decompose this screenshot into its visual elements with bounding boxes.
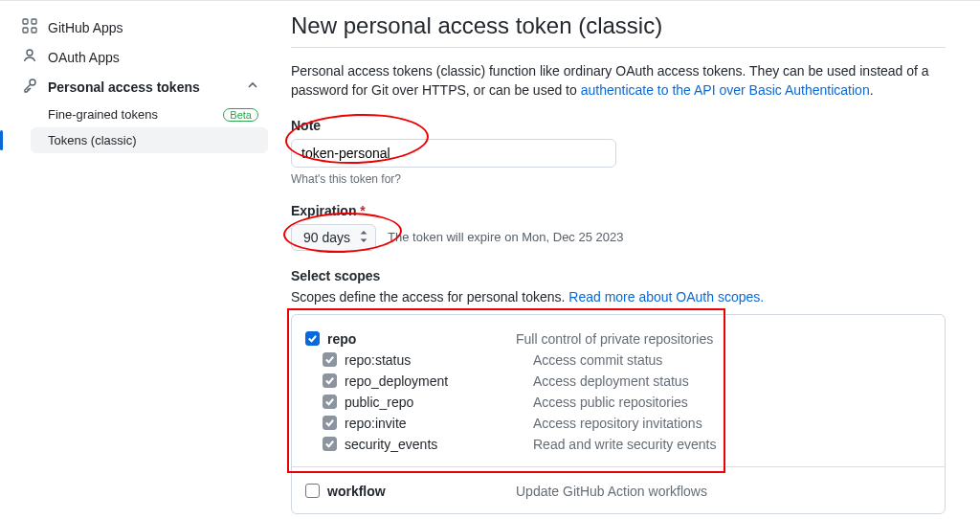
person-icon bbox=[21, 48, 38, 66]
svg-rect-0 bbox=[23, 19, 28, 24]
main-content: New personal access token (classic) Pers… bbox=[268, 1, 980, 519]
scopes-list: repo Full control of private repositorie… bbox=[291, 314, 946, 514]
page-title: New personal access token (classic) bbox=[291, 12, 946, 48]
sidebar-item-github-apps[interactable]: GitHub Apps bbox=[11, 12, 268, 42]
expiration-hint: The token will expire on Mon, Dec 25 202… bbox=[388, 230, 623, 244]
expiration-label: Expiration * bbox=[291, 203, 946, 218]
settings-sidebar: GitHub Apps OAuth Apps Personal access t… bbox=[0, 1, 268, 519]
checkbox-checked-icon[interactable] bbox=[323, 416, 337, 430]
sidebar-item-label: GitHub Apps bbox=[48, 20, 123, 35]
select-caret-icon bbox=[360, 231, 368, 244]
note-help: What's this token for? bbox=[291, 172, 946, 186]
scope-row[interactable]: workflow Update GitHub Action workflows bbox=[305, 481, 929, 502]
scope-group-workflow: workflow Update GitHub Action workflows bbox=[292, 467, 945, 513]
note-label: Note bbox=[291, 118, 946, 133]
svg-point-4 bbox=[27, 50, 33, 56]
svg-rect-3 bbox=[32, 28, 36, 33]
chevron-up-icon bbox=[247, 79, 258, 94]
sidebar-item-oauth-apps[interactable]: OAuth Apps bbox=[11, 42, 268, 72]
scope-row[interactable]: repo:status Access commit status bbox=[305, 350, 929, 371]
scope-group-repo: repo Full control of private repositorie… bbox=[292, 315, 945, 467]
scope-row[interactable]: public_repo Access public repositories bbox=[305, 392, 929, 413]
sidebar-subitem-tokens-classic[interactable]: Tokens (classic) bbox=[31, 127, 268, 153]
expiration-select[interactable]: 90 days bbox=[291, 224, 376, 251]
scopes-docs-link[interactable]: Read more about OAuth scopes. bbox=[568, 289, 764, 305]
scopes-label: Select scopes bbox=[291, 268, 946, 283]
scope-row[interactable]: repo:invite Access repository invitation… bbox=[305, 413, 929, 434]
svg-rect-2 bbox=[23, 28, 28, 33]
auth-api-link[interactable]: authenticate to the API over Basic Authe… bbox=[581, 82, 870, 98]
beta-badge: Beta bbox=[223, 108, 258, 122]
scope-row[interactable]: repo_deployment Access deployment status bbox=[305, 371, 929, 392]
checkbox-checked-icon[interactable] bbox=[323, 352, 337, 367]
scopes-desc: Scopes define the access for personal to… bbox=[291, 289, 946, 305]
key-icon bbox=[21, 78, 38, 96]
checkbox-unchecked-icon[interactable] bbox=[305, 484, 320, 498]
apps-icon bbox=[21, 18, 38, 36]
note-input[interactable] bbox=[291, 139, 616, 168]
scope-row[interactable]: security_events Read and write security … bbox=[305, 434, 929, 455]
sidebar-item-label: Personal access tokens bbox=[48, 79, 200, 95]
sidebar-item-label: Tokens (classic) bbox=[48, 133, 136, 147]
checkbox-checked-icon[interactable] bbox=[323, 373, 337, 388]
intro-text: Personal access tokens (classic) functio… bbox=[291, 61, 946, 101]
checkbox-checked-icon[interactable] bbox=[323, 395, 337, 409]
checkbox-checked-icon[interactable] bbox=[305, 331, 320, 346]
sidebar-item-pat[interactable]: Personal access tokens bbox=[11, 72, 268, 102]
sidebar-item-label: OAuth Apps bbox=[48, 50, 120, 65]
checkbox-checked-icon[interactable] bbox=[323, 437, 337, 451]
sidebar-item-label: Fine-grained tokens bbox=[48, 107, 158, 122]
svg-rect-1 bbox=[32, 19, 36, 24]
scope-row[interactable]: repo Full control of private repositorie… bbox=[305, 328, 929, 350]
sidebar-subitem-fine-grained[interactable]: Fine-grained tokens Beta bbox=[31, 102, 268, 127]
